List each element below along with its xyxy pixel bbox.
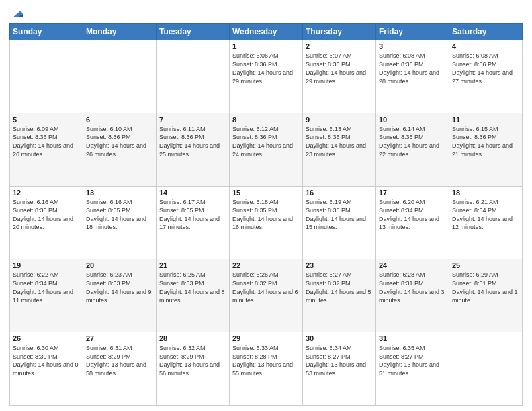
calendar-cell: 8Sunrise: 6:12 AMSunset: 8:36 PMDaylight… xyxy=(230,113,303,186)
calendar-cell: 10Sunrise: 6:14 AMSunset: 8:36 PMDayligh… xyxy=(376,113,449,186)
calendar-cell: 23Sunrise: 6:27 AMSunset: 8:32 PMDayligh… xyxy=(303,259,376,332)
calendar-cell: 5Sunrise: 6:09 AMSunset: 8:36 PMDaylight… xyxy=(10,113,83,186)
page: SundayMondayTuesdayWednesdayThursdayFrid… xyxy=(0,0,532,411)
cell-date-number: 25 xyxy=(452,261,519,269)
calendar-cell: 21Sunrise: 6:25 AMSunset: 8:33 PMDayligh… xyxy=(157,259,230,332)
cell-info-text: Sunrise: 6:17 AMSunset: 8:35 PMDaylight:… xyxy=(159,198,226,232)
cell-date-number: 19 xyxy=(13,261,80,269)
cell-date-number: 1 xyxy=(232,42,300,50)
cell-info-text: Sunrise: 6:26 AMSunset: 8:32 PMDaylight:… xyxy=(232,271,300,304)
calendar-week-row: 1Sunrise: 6:06 AMSunset: 8:36 PMDaylight… xyxy=(10,40,523,113)
logo xyxy=(9,9,23,19)
calendar-week-row: 26Sunrise: 6:30 AMSunset: 8:30 PMDayligh… xyxy=(10,332,523,406)
cell-date-number: 21 xyxy=(159,261,226,269)
calendar-cell: 9Sunrise: 6:13 AMSunset: 8:36 PMDaylight… xyxy=(303,113,376,186)
calendar-cell: 3Sunrise: 6:08 AMSunset: 8:36 PMDaylight… xyxy=(376,40,449,113)
cell-info-text: Sunrise: 6:10 AMSunset: 8:36 PMDaylight:… xyxy=(86,125,153,158)
header xyxy=(9,7,523,19)
cell-date-number: 17 xyxy=(379,189,446,197)
cell-info-text: Sunrise: 6:25 AMSunset: 8:33 PMDaylight:… xyxy=(159,271,226,304)
cell-date-number: 2 xyxy=(306,42,373,50)
calendar-cell: 18Sunrise: 6:21 AMSunset: 8:34 PMDayligh… xyxy=(449,186,523,259)
calendar-cell: 20Sunrise: 6:23 AMSunset: 8:33 PMDayligh… xyxy=(83,259,157,332)
cell-info-text: Sunrise: 6:35 AMSunset: 8:27 PMDaylight:… xyxy=(379,344,446,377)
calendar-cell: 11Sunrise: 6:15 AMSunset: 8:36 PMDayligh… xyxy=(449,113,523,186)
cell-info-text: Sunrise: 6:27 AMSunset: 8:32 PMDaylight:… xyxy=(306,271,373,304)
cell-date-number: 29 xyxy=(232,334,300,342)
cell-date-number: 8 xyxy=(232,116,300,124)
cell-info-text: Sunrise: 6:09 AMSunset: 8:36 PMDaylight:… xyxy=(13,125,80,158)
calendar-header-row: SundayMondayTuesdayWednesdayThursdayFrid… xyxy=(10,24,523,40)
header-day-thursday: Thursday xyxy=(303,24,376,40)
cell-date-number: 20 xyxy=(86,261,153,269)
cell-info-text: Sunrise: 6:07 AMSunset: 8:36 PMDaylight:… xyxy=(306,52,373,85)
header-day-monday: Monday xyxy=(83,24,157,40)
logo-icon xyxy=(11,9,23,19)
calendar-cell: 31Sunrise: 6:35 AMSunset: 8:27 PMDayligh… xyxy=(376,332,449,406)
calendar-cell: 1Sunrise: 6:06 AMSunset: 8:36 PMDaylight… xyxy=(230,40,303,113)
cell-date-number: 4 xyxy=(452,42,519,50)
calendar-cell: 13Sunrise: 6:16 AMSunset: 8:35 PMDayligh… xyxy=(83,186,157,259)
cell-info-text: Sunrise: 6:18 AMSunset: 8:35 PMDaylight:… xyxy=(232,198,300,232)
cell-date-number: 10 xyxy=(379,116,446,124)
calendar-cell: 24Sunrise: 6:28 AMSunset: 8:31 PMDayligh… xyxy=(376,259,449,332)
cell-date-number: 22 xyxy=(232,261,300,269)
cell-date-number: 6 xyxy=(86,116,153,124)
calendar-week-row: 19Sunrise: 6:22 AMSunset: 8:34 PMDayligh… xyxy=(10,259,523,332)
calendar-cell: 16Sunrise: 6:19 AMSunset: 8:35 PMDayligh… xyxy=(303,186,376,259)
cell-info-text: Sunrise: 6:21 AMSunset: 8:34 PMDaylight:… xyxy=(452,198,519,232)
cell-date-number: 16 xyxy=(306,189,373,197)
cell-date-number: 24 xyxy=(379,261,446,269)
header-day-friday: Friday xyxy=(376,24,449,40)
calendar-cell: 22Sunrise: 6:26 AMSunset: 8:32 PMDayligh… xyxy=(230,259,303,332)
calendar-week-row: 5Sunrise: 6:09 AMSunset: 8:36 PMDaylight… xyxy=(10,113,523,186)
cell-date-number: 5 xyxy=(13,116,80,124)
cell-info-text: Sunrise: 6:20 AMSunset: 8:34 PMDaylight:… xyxy=(379,198,446,232)
cell-date-number: 26 xyxy=(13,334,80,342)
cell-info-text: Sunrise: 6:29 AMSunset: 8:31 PMDaylight:… xyxy=(452,271,519,304)
calendar-cell: 19Sunrise: 6:22 AMSunset: 8:34 PMDayligh… xyxy=(10,259,83,332)
cell-info-text: Sunrise: 6:15 AMSunset: 8:36 PMDaylight:… xyxy=(452,125,519,158)
cell-info-text: Sunrise: 6:11 AMSunset: 8:36 PMDaylight:… xyxy=(159,125,226,158)
calendar-cell: 7Sunrise: 6:11 AMSunset: 8:36 PMDaylight… xyxy=(157,113,230,186)
cell-date-number: 30 xyxy=(306,334,373,342)
calendar-cell: 6Sunrise: 6:10 AMSunset: 8:36 PMDaylight… xyxy=(83,113,157,186)
cell-info-text: Sunrise: 6:19 AMSunset: 8:35 PMDaylight:… xyxy=(306,198,373,232)
cell-info-text: Sunrise: 6:22 AMSunset: 8:34 PMDaylight:… xyxy=(13,271,80,304)
calendar-cell: 17Sunrise: 6:20 AMSunset: 8:34 PMDayligh… xyxy=(376,186,449,259)
cell-date-number: 7 xyxy=(159,116,226,124)
cell-date-number: 3 xyxy=(379,42,446,50)
cell-date-number: 9 xyxy=(306,116,373,124)
cell-info-text: Sunrise: 6:08 AMSunset: 8:36 PMDaylight:… xyxy=(452,52,519,85)
calendar-cell: 28Sunrise: 6:32 AMSunset: 8:29 PMDayligh… xyxy=(157,332,230,406)
header-day-tuesday: Tuesday xyxy=(157,24,230,40)
calendar-cell: 4Sunrise: 6:08 AMSunset: 8:36 PMDaylight… xyxy=(449,40,523,113)
cell-info-text: Sunrise: 6:30 AMSunset: 8:30 PMDaylight:… xyxy=(13,344,80,377)
cell-date-number: 31 xyxy=(379,334,446,342)
cell-info-text: Sunrise: 6:08 AMSunset: 8:36 PMDaylight:… xyxy=(379,52,446,85)
calendar-cell: 15Sunrise: 6:18 AMSunset: 8:35 PMDayligh… xyxy=(230,186,303,259)
cell-date-number: 15 xyxy=(232,189,300,197)
cell-date-number: 11 xyxy=(452,116,519,124)
cell-info-text: Sunrise: 6:32 AMSunset: 8:29 PMDaylight:… xyxy=(159,344,226,377)
cell-info-text: Sunrise: 6:31 AMSunset: 8:29 PMDaylight:… xyxy=(86,344,153,377)
header-day-saturday: Saturday xyxy=(449,24,523,40)
header-day-wednesday: Wednesday xyxy=(230,24,303,40)
cell-date-number: 23 xyxy=(306,261,373,269)
calendar-cell: 2Sunrise: 6:07 AMSunset: 8:36 PMDaylight… xyxy=(303,40,376,113)
cell-info-text: Sunrise: 6:23 AMSunset: 8:33 PMDaylight:… xyxy=(86,271,153,304)
cell-date-number: 12 xyxy=(13,189,80,197)
calendar-cell: 26Sunrise: 6:30 AMSunset: 8:30 PMDayligh… xyxy=(10,332,83,406)
calendar-cell xyxy=(10,40,83,113)
calendar-cell xyxy=(449,332,523,406)
calendar-table: SundayMondayTuesdayWednesdayThursdayFrid… xyxy=(9,23,523,406)
cell-info-text: Sunrise: 6:34 AMSunset: 8:27 PMDaylight:… xyxy=(306,344,373,377)
header-day-sunday: Sunday xyxy=(10,24,83,40)
calendar-cell: 29Sunrise: 6:33 AMSunset: 8:28 PMDayligh… xyxy=(230,332,303,406)
calendar-cell: 30Sunrise: 6:34 AMSunset: 8:27 PMDayligh… xyxy=(303,332,376,406)
cell-date-number: 13 xyxy=(86,189,153,197)
cell-info-text: Sunrise: 6:06 AMSunset: 8:36 PMDaylight:… xyxy=(232,52,300,85)
cell-info-text: Sunrise: 6:13 AMSunset: 8:36 PMDaylight:… xyxy=(306,125,373,158)
cell-date-number: 18 xyxy=(452,189,519,197)
cell-info-text: Sunrise: 6:16 AMSunset: 8:36 PMDaylight:… xyxy=(13,198,80,232)
